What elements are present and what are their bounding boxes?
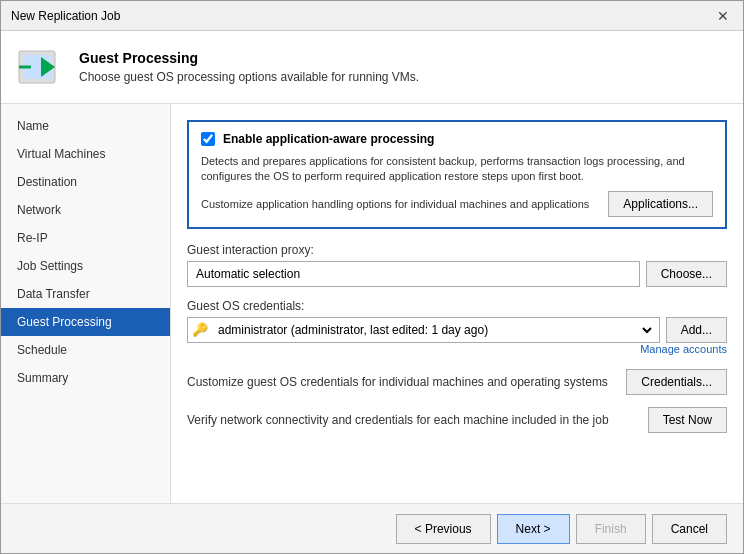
proxy-group: Guest interaction proxy: Choose... — [187, 243, 727, 287]
next-button[interactable]: Next > — [497, 514, 570, 544]
proxy-label: Guest interaction proxy: — [187, 243, 727, 257]
previous-button[interactable]: < Previous — [396, 514, 491, 544]
content-area: Name Virtual Machines Destination Networ… — [1, 104, 743, 503]
sidebar-item-data-transfer[interactable]: Data Transfer — [1, 280, 170, 308]
footer: < Previous Next > Finish Cancel — [1, 503, 743, 553]
customize-credentials-row: Customize guest OS credentials for indiv… — [187, 367, 727, 397]
sidebar-item-guest-processing[interactable]: Guest Processing — [1, 308, 170, 336]
sidebar: Name Virtual Machines Destination Networ… — [1, 104, 171, 503]
cancel-button[interactable]: Cancel — [652, 514, 727, 544]
sidebar-item-summary[interactable]: Summary — [1, 364, 170, 392]
header-text: Guest Processing Choose guest OS process… — [79, 50, 419, 84]
window: New Replication Job ✕ Guest Processing C… — [0, 0, 744, 554]
proxy-input-row: Choose... — [187, 261, 727, 287]
choose-button[interactable]: Choose... — [646, 261, 727, 287]
sidebar-item-schedule[interactable]: Schedule — [1, 336, 170, 364]
sidebar-item-name[interactable]: Name — [1, 112, 170, 140]
app-aware-checkbox[interactable] — [201, 132, 215, 146]
add-button[interactable]: Add... — [666, 317, 727, 343]
credentials-select[interactable]: administrator (administrator, last edite… — [214, 318, 655, 342]
applications-button[interactable]: Applications... — [608, 191, 713, 217]
app-aware-section: Enable application-aware processing Dete… — [187, 120, 727, 229]
customize-text: Customize application handling options f… — [201, 198, 589, 210]
credentials-group: Guest OS credentials: 🔑 administrator (a… — [187, 299, 727, 355]
test-now-button[interactable]: Test Now — [648, 407, 727, 433]
header-title: Guest Processing — [79, 50, 419, 66]
proxy-input[interactable] — [187, 261, 640, 287]
close-button[interactable]: ✕ — [713, 8, 733, 24]
sidebar-item-virtual-machines[interactable]: Virtual Machines — [1, 140, 170, 168]
header-section: Guest Processing Choose guest OS process… — [1, 31, 743, 104]
window-title: New Replication Job — [11, 9, 120, 23]
credentials-input-row: 🔑 administrator (administrator, last edi… — [187, 317, 727, 343]
main-content: Enable application-aware processing Dete… — [171, 104, 743, 503]
header-icon — [17, 43, 65, 91]
verify-text: Verify network connectivity and credenti… — [187, 413, 640, 427]
customize-row: Customize application handling options f… — [201, 191, 713, 217]
manage-accounts-link[interactable]: Manage accounts — [187, 343, 727, 355]
key-icon: 🔑 — [192, 322, 208, 337]
app-aware-description: Detects and prepares applications for co… — [201, 154, 713, 185]
sidebar-item-re-ip[interactable]: Re-IP — [1, 224, 170, 252]
title-bar: New Replication Job ✕ — [1, 1, 743, 31]
credentials-button[interactable]: Credentials... — [626, 369, 727, 395]
sidebar-item-destination[interactable]: Destination — [1, 168, 170, 196]
verify-row: Verify network connectivity and credenti… — [187, 405, 727, 435]
app-aware-checkbox-row: Enable application-aware processing — [201, 132, 713, 146]
sidebar-item-network[interactable]: Network — [1, 196, 170, 224]
customize-credentials-text: Customize guest OS credentials for indiv… — [187, 375, 618, 389]
sidebar-item-job-settings[interactable]: Job Settings — [1, 252, 170, 280]
finish-button[interactable]: Finish — [576, 514, 646, 544]
header-subtitle: Choose guest OS processing options avail… — [79, 70, 419, 84]
app-aware-label[interactable]: Enable application-aware processing — [223, 132, 434, 146]
credentials-select-wrapper: 🔑 administrator (administrator, last edi… — [187, 317, 660, 343]
credentials-label: Guest OS credentials: — [187, 299, 727, 313]
